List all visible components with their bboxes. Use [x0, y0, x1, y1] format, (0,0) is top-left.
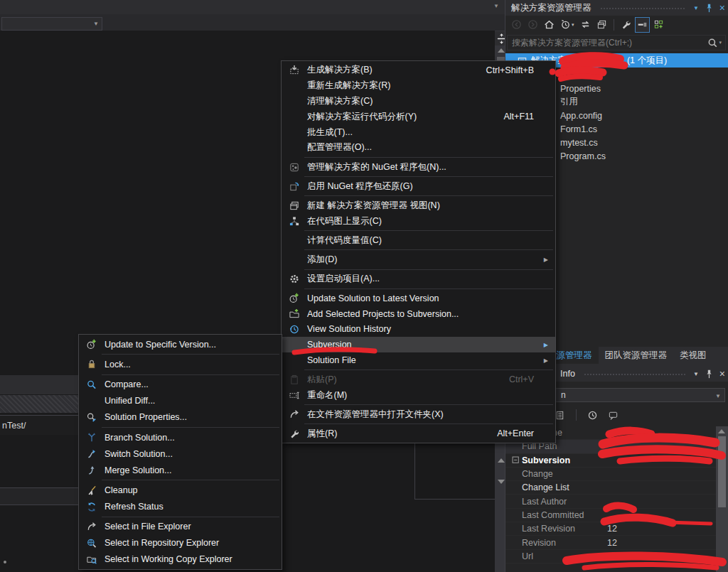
- menu-item[interactable]: 启用 NuGet 程序包还原(G) ▶: [282, 178, 555, 194]
- history-gray-icon: [587, 410, 598, 421]
- dropdown-caret-icon: ▾: [572, 22, 574, 28]
- menu-item[interactable]: 新建 解决方案资源管理器 视图(N) ▶: [282, 198, 555, 214]
- tree-item-label: App.config: [560, 111, 602, 121]
- toolbar-button[interactable]: ▾: [594, 17, 609, 33]
- toolbar-button[interactable]: ▾: [651, 17, 666, 33]
- solution-explorer-titlebar[interactable]: 解决方案资源管理器 ▼ ×: [505, 0, 728, 16]
- tree-item-label: Form1.cs: [560, 124, 597, 134]
- toolbar-button[interactable]: ▾: [509, 17, 524, 33]
- menu-item[interactable]: 重命名(M) ▶: [282, 387, 555, 403]
- tab-team-explorer[interactable]: 团队资源管理器: [599, 347, 674, 364]
- collapse-expander-icon[interactable]: [512, 456, 520, 464]
- toolbar-combobox[interactable]: ▼: [1, 17, 102, 31]
- menu-item[interactable]: Select in File Explorer ▶: [79, 519, 282, 535]
- menu-item[interactable]: 在文件资源管理器中打开文件夹(X) ▶: [282, 406, 555, 422]
- menu-item[interactable]: Select in Working Copy Explorer ▶: [79, 551, 282, 568]
- toolbar-button[interactable]: ▾: [525, 17, 540, 33]
- menu-item[interactable]: 批生成(T)... ▶: [282, 124, 555, 140]
- menu-separator: [304, 195, 553, 196]
- scroll-up-icon[interactable]: [498, 48, 505, 53]
- menu-item[interactable]: 对解决方案运行代码分析(Y) Alt+F11 ▶: [282, 109, 555, 124]
- tree-item-label: 引用: [560, 96, 578, 108]
- menu-item[interactable]: Solution File ▶: [282, 352, 555, 368]
- toolbar-button[interactable]: ▾: [635, 17, 650, 33]
- chevron-down-icon[interactable]: ▼: [693, 371, 699, 377]
- menu-item[interactable]: Unified Diff... ▶: [79, 393, 282, 409]
- menu-item[interactable]: 配置管理器(O)... ▶: [282, 140, 555, 156]
- tab-class-view[interactable]: 类视图: [673, 347, 713, 364]
- menu-item[interactable]: 添加(D) ▶: [282, 252, 555, 268]
- menu-item[interactable]: Update Solution to Latest Version ▶: [282, 291, 555, 306]
- toolbar-button[interactable]: ▾: [542, 17, 557, 33]
- property-row[interactable]: Last Revision 12: [505, 522, 728, 536]
- menu-item[interactable]: Branch Solution... ▶: [79, 429, 282, 446]
- switch-icon: [83, 448, 100, 459]
- menu-item[interactable]: Refresh Status ▶: [79, 499, 282, 515]
- property-row[interactable]: Subversion: [505, 454, 728, 468]
- chevron-down-icon[interactable]: ▼: [693, 5, 699, 11]
- menu-item[interactable]: 粘贴(P) Ctrl+V ▶: [282, 372, 555, 387]
- toolbar-button[interactable]: ▾: [585, 407, 600, 423]
- properties-grid: File Name Full Path Subversion: [505, 426, 728, 572]
- close-icon[interactable]: ×: [719, 3, 725, 13]
- property-row[interactable]: Url: [505, 550, 728, 563]
- menu-item[interactable]: Lock... ▶: [79, 356, 282, 372]
- submenu-arrow-icon: ▶: [540, 342, 548, 348]
- menu-item[interactable]: 属性(R) Alt+Enter ▶: [282, 426, 555, 441]
- comment-icon: [608, 410, 619, 421]
- search-icon[interactable]: [707, 38, 718, 48]
- menu-item[interactable]: 在代码图上显示(C) ▶: [282, 213, 555, 229]
- pin-icon[interactable]: [704, 369, 714, 379]
- menu-item[interactable]: 计算代码度量值(C) ▶: [282, 232, 555, 248]
- menu-item-label: Compare...: [105, 379, 149, 389]
- menu-item[interactable]: Solution Properties... ▶: [79, 409, 282, 426]
- menu-item-icon: [286, 112, 303, 122]
- submenu-arrow-icon: ▶: [540, 257, 548, 263]
- preview-icon: [596, 19, 607, 30]
- menu-item[interactable]: Subversion ▶: [282, 337, 555, 352]
- menu-item-label: Cleanup: [105, 485, 138, 495]
- toolbar-button[interactable]: ▾: [558, 17, 577, 33]
- menu-item[interactable]: Select in Repository Explorer ▶: [79, 535, 282, 551]
- menu-item[interactable]: 生成解决方案(B) Ctrl+Shift+B ▶: [282, 63, 555, 78]
- menu-item-label: Lock...: [105, 360, 131, 369]
- toolbar-button[interactable]: ▾: [606, 407, 621, 423]
- toolbar-button[interactable]: ▾: [578, 17, 593, 33]
- menu-item-icon: [286, 254, 303, 265]
- menu-item[interactable]: Cleanup ▶: [79, 482, 282, 499]
- menu-item[interactable]: Merge Solution... ▶: [79, 462, 282, 478]
- pin-icon[interactable]: [704, 3, 714, 14]
- scroll-down-icon[interactable]: [498, 480, 505, 484]
- menu-item[interactable]: 清理解决方案(C) ▶: [282, 94, 555, 109]
- search-input[interactable]: [508, 38, 707, 48]
- property-name: Last Revision: [522, 524, 607, 534]
- menu-item-icon: [286, 235, 303, 246]
- property-row[interactable]: Last Committed: [505, 509, 728, 522]
- toolbar-separator: [576, 409, 577, 421]
- menu-item[interactable]: View Solution History ▶: [282, 322, 555, 338]
- solution-explorer-toolbar: ▾ ▾ ▾ ▾ ▾ ▾ ▾ ▾ ▾: [505, 16, 728, 33]
- toolbar-overflow-icon[interactable]: ▼: [493, 3, 499, 9]
- status-dot: [4, 561, 6, 563]
- property-row[interactable]: Change: [505, 468, 728, 481]
- menu-item[interactable]: 设置启动项目(A)... ▶: [282, 271, 555, 287]
- menu-item[interactable]: Add Selected Projects to Subversion... ▶: [282, 306, 555, 322]
- menu-item[interactable]: 重新生成解决方案(R) ▶: [282, 78, 555, 94]
- menu-item[interactable]: 管理解决方案的 NuGet 程序包(N)... ▶: [282, 159, 555, 175]
- scrollbar-thumb[interactable]: [718, 436, 726, 507]
- close-icon[interactable]: ×: [719, 369, 725, 379]
- menu-item[interactable]: Switch Solution... ▶: [79, 446, 282, 462]
- menu-item-label: 属性(R): [307, 428, 337, 440]
- scroll-up-icon[interactable]: [718, 429, 725, 433]
- property-row[interactable]: Revision 12: [505, 536, 728, 549]
- chevron-down-icon[interactable]: ▾: [719, 40, 722, 45]
- property-name: Change: [522, 469, 607, 479]
- forward-icon: [528, 19, 538, 30]
- property-row[interactable]: Change List: [505, 481, 728, 495]
- property-row[interactable]: Last Author: [505, 495, 728, 508]
- show-all-files-icon: [653, 19, 664, 30]
- scroll-up-icon[interactable]: [498, 458, 505, 463]
- toolbar-button[interactable]: ▾: [619, 17, 633, 33]
- menu-item[interactable]: Compare... ▶: [79, 377, 282, 393]
- menu-item[interactable]: Update to Specific Version... ▶: [79, 336, 282, 352]
